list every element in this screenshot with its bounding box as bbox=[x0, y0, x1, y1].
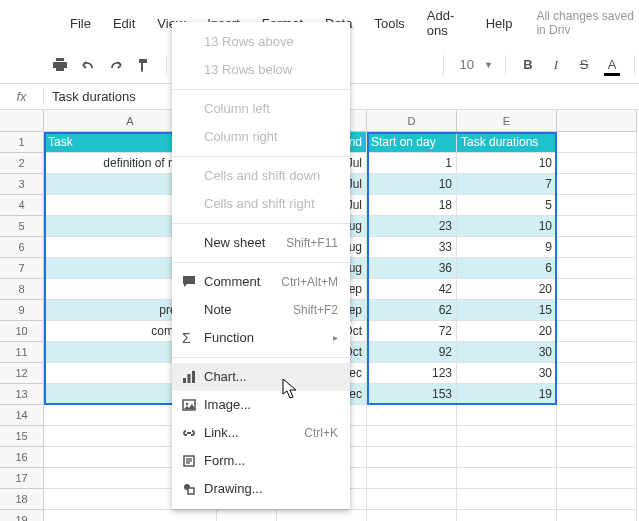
cell[interactable] bbox=[557, 342, 637, 363]
cell[interactable] bbox=[557, 237, 637, 258]
cell[interactable] bbox=[557, 132, 637, 153]
cell[interactable]: 36 bbox=[367, 258, 457, 279]
cell[interactable]: 10 bbox=[457, 216, 557, 237]
menu-image[interactable]: Image... bbox=[172, 391, 350, 419]
strikethrough-button[interactable]: S bbox=[574, 55, 594, 75]
row-header[interactable]: 17 bbox=[0, 468, 44, 489]
cell[interactable] bbox=[557, 447, 637, 468]
cell[interactable]: Task durations bbox=[457, 132, 557, 153]
print-icon[interactable] bbox=[50, 55, 70, 75]
menu-link[interactable]: Link...Ctrl+K bbox=[172, 419, 350, 447]
cell[interactable]: 30 bbox=[457, 342, 557, 363]
cell[interactable] bbox=[367, 510, 457, 521]
cell[interactable]: 20 bbox=[457, 321, 557, 342]
cell[interactable]: 42 bbox=[367, 279, 457, 300]
cell[interactable] bbox=[367, 405, 457, 426]
cell[interactable] bbox=[557, 489, 637, 510]
col-header-e[interactable]: E bbox=[457, 110, 557, 132]
row-header[interactable]: 14 bbox=[0, 405, 44, 426]
menu-file[interactable]: File bbox=[60, 12, 101, 35]
col-header-d[interactable]: D bbox=[367, 110, 457, 132]
cell[interactable] bbox=[557, 426, 637, 447]
cell[interactable]: 30 bbox=[457, 363, 557, 384]
cell[interactable]: 20 bbox=[457, 279, 557, 300]
cell[interactable] bbox=[457, 405, 557, 426]
menu-comment[interactable]: CommentCtrl+Alt+M bbox=[172, 268, 350, 296]
cell[interactable] bbox=[557, 216, 637, 237]
cell[interactable]: 19 bbox=[457, 384, 557, 405]
cell[interactable]: 10 bbox=[457, 153, 557, 174]
select-all-corner[interactable] bbox=[0, 110, 44, 132]
cell[interactable] bbox=[217, 510, 277, 521]
row-header[interactable]: 11 bbox=[0, 342, 44, 363]
paint-format-icon[interactable] bbox=[134, 55, 154, 75]
cell[interactable]: 1 bbox=[367, 153, 457, 174]
cell[interactable]: 123 bbox=[367, 363, 457, 384]
cell[interactable]: 23 bbox=[367, 216, 457, 237]
menu-tools[interactable]: Tools bbox=[364, 12, 414, 35]
cell[interactable]: 62 bbox=[367, 300, 457, 321]
menu-help[interactable]: Help bbox=[476, 12, 523, 35]
cell[interactable]: 18 bbox=[367, 195, 457, 216]
menu-edit[interactable]: Edit bbox=[103, 12, 145, 35]
cell[interactable] bbox=[557, 384, 637, 405]
cell[interactable] bbox=[277, 510, 367, 521]
cell[interactable]: 15 bbox=[457, 300, 557, 321]
menu-drawing[interactable]: Drawing... bbox=[172, 475, 350, 503]
cell[interactable] bbox=[457, 426, 557, 447]
cell[interactable] bbox=[557, 510, 637, 521]
row-header[interactable]: 19 bbox=[0, 510, 44, 521]
col-header-f[interactable] bbox=[557, 110, 637, 132]
row-header[interactable]: 3 bbox=[0, 174, 44, 195]
row-header[interactable]: 7 bbox=[0, 258, 44, 279]
font-size-group[interactable]: 10 ▼ bbox=[456, 57, 493, 72]
row-header[interactable]: 5 bbox=[0, 216, 44, 237]
cell[interactable] bbox=[557, 279, 637, 300]
row-header[interactable]: 6 bbox=[0, 237, 44, 258]
bold-button[interactable]: B bbox=[518, 55, 538, 75]
cell[interactable] bbox=[557, 195, 637, 216]
cell[interactable] bbox=[557, 363, 637, 384]
menu-form[interactable]: Form... bbox=[172, 447, 350, 475]
cell[interactable] bbox=[367, 447, 457, 468]
row-header[interactable]: 4 bbox=[0, 195, 44, 216]
cell[interactable] bbox=[557, 468, 637, 489]
redo-icon[interactable] bbox=[106, 55, 126, 75]
cell[interactable] bbox=[557, 258, 637, 279]
row-header[interactable]: 1 bbox=[0, 132, 44, 153]
menu-note[interactable]: NoteShift+F2 bbox=[172, 296, 350, 324]
cell[interactable] bbox=[557, 174, 637, 195]
cell[interactable] bbox=[367, 426, 457, 447]
italic-button[interactable]: I bbox=[546, 55, 566, 75]
row-header[interactable]: 13 bbox=[0, 384, 44, 405]
cell[interactable] bbox=[557, 153, 637, 174]
undo-icon[interactable] bbox=[78, 55, 98, 75]
cell[interactable] bbox=[557, 405, 637, 426]
cell[interactable]: 10 bbox=[367, 174, 457, 195]
cell[interactable]: 6 bbox=[457, 258, 557, 279]
row-header[interactable]: 9 bbox=[0, 300, 44, 321]
cell[interactable]: 72 bbox=[367, 321, 457, 342]
cell[interactable] bbox=[457, 510, 557, 521]
cell[interactable] bbox=[367, 468, 457, 489]
cell[interactable] bbox=[457, 447, 557, 468]
cell[interactable]: Start on day bbox=[367, 132, 457, 153]
menu-new-sheet[interactable]: New sheetShift+F11 bbox=[172, 229, 350, 257]
row-header[interactable]: 2 bbox=[0, 153, 44, 174]
cell[interactable]: 5 bbox=[457, 195, 557, 216]
row-header[interactable]: 10 bbox=[0, 321, 44, 342]
text-color-button[interactable]: A bbox=[602, 55, 622, 75]
cell[interactable]: 9 bbox=[457, 237, 557, 258]
menu-chart[interactable]: Chart... bbox=[172, 363, 350, 391]
cell[interactable] bbox=[557, 300, 637, 321]
cell[interactable] bbox=[457, 468, 557, 489]
menu-function[interactable]: ΣFunction▸ bbox=[172, 324, 350, 352]
cell[interactable]: 7 bbox=[457, 174, 557, 195]
row-header[interactable]: 18 bbox=[0, 489, 44, 510]
row-header[interactable]: 16 bbox=[0, 447, 44, 468]
cell[interactable]: 92 bbox=[367, 342, 457, 363]
cell[interactable] bbox=[44, 510, 217, 521]
row-header[interactable]: 15 bbox=[0, 426, 44, 447]
row-header[interactable]: 12 bbox=[0, 363, 44, 384]
menu-addons[interactable]: Add-ons bbox=[417, 4, 474, 42]
